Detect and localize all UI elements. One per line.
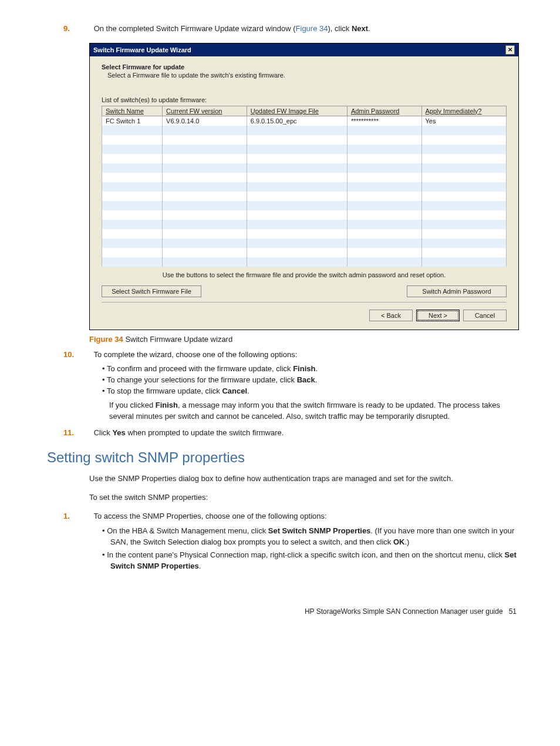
step-number: 1.: [79, 511, 92, 522]
b1b: Finish: [293, 364, 315, 373]
step-number: 10.: [79, 350, 92, 361]
section-p1: Use the SNMP Properties dialog box to de…: [89, 473, 519, 485]
cancel-button[interactable]: Cancel: [463, 310, 507, 321]
footer-text: HP StorageWorks Simple SAN Connection Ma…: [305, 607, 503, 616]
cell-current-fw: V6.9.0.14.0: [163, 116, 247, 126]
figure-caption-text: Switch Firmware Update wizard: [123, 335, 232, 344]
cell-apply: Yes: [421, 116, 507, 126]
next-button[interactable]: Next >: [416, 310, 460, 321]
step11-b: when prompted to update the switch firmw…: [126, 428, 284, 437]
helper-text: Use the buttons to select the firmware f…: [102, 271, 507, 278]
section-heading: Setting switch SNMP properties: [47, 449, 519, 466]
s1b2b: .: [199, 562, 201, 570]
col-updated-fw[interactable]: Updated FW Image File: [247, 106, 347, 116]
list-item: On the HBA & Switch Management menu, cli…: [110, 526, 519, 548]
list-item: To confirm and proceed with the firmware…: [110, 364, 519, 373]
step-number: 9.: [79, 23, 92, 35]
back-button[interactable]: < Back: [369, 310, 413, 321]
step11-a: Click: [94, 428, 113, 437]
s1b1c: .): [404, 537, 409, 546]
cell-admin-pwd: ***********: [347, 116, 421, 126]
select-firmware-button[interactable]: Select Switch Firmware File: [102, 285, 201, 297]
switch-table: Switch Name Current FW version Updated F…: [102, 106, 507, 267]
step9-mid: ), click: [328, 24, 351, 33]
page-number: 51: [509, 607, 517, 616]
window-title: Switch Firmware Update Wizard: [93, 46, 191, 53]
b2a: To change your selections for the firmwa…: [107, 375, 297, 384]
section-p2: To set the switch SNMP properties:: [89, 492, 519, 503]
figure-link[interactable]: Figure 34: [296, 24, 328, 33]
b1a: To confirm and proceed with the firmware…: [107, 364, 293, 373]
wizard-heading: Select Firmware for update: [102, 63, 507, 70]
col-current-fw[interactable]: Current FW version: [163, 106, 247, 116]
step9-bold: Next: [352, 24, 368, 33]
step10-after-bold: Finish: [156, 401, 178, 409]
list-item: In the content pane's Physical Connectio…: [110, 550, 519, 572]
list-item: To change your selections for the firmwa…: [110, 375, 519, 384]
figure-label: Figure 34: [89, 335, 123, 344]
table-row[interactable]: FC Switch 1 V6.9.0.14.0 6.9.0.15.00_epc …: [102, 116, 507, 126]
col-switch-name[interactable]: Switch Name: [102, 106, 163, 116]
s1b1bold: Set Switch SNMP Properties: [268, 526, 371, 535]
cell-switch-name: FC Switch 1: [102, 116, 163, 126]
wizard-subtext: Select a Firmware file to update the swi…: [107, 72, 507, 79]
step10-after-a: If you clicked: [109, 401, 156, 409]
s1-text: To access the SNMP Properties, choose on…: [93, 512, 326, 520]
b2b: Back: [297, 375, 315, 384]
close-icon[interactable]: ✕: [505, 45, 515, 55]
admin-password-button[interactable]: Switch Admin Password: [407, 285, 507, 297]
cell-updated-fw: 6.9.0.15.00_epc: [247, 116, 347, 126]
col-apply[interactable]: Apply Immediately?: [421, 106, 507, 116]
list-item: To stop the firmware update, click Cance…: [110, 387, 519, 395]
titlebar: Switch Firmware Update Wizard ✕: [90, 43, 518, 56]
b3a: To stop the firmware update, click: [107, 387, 222, 395]
s1b1bold2: OK: [393, 537, 405, 546]
wizard-window: Switch Firmware Update Wizard ✕ Select F…: [89, 43, 519, 330]
step11-bold: Yes: [112, 428, 125, 437]
s1b1a: On the HBA & Switch Management menu, cli…: [107, 526, 268, 535]
col-admin-pwd[interactable]: Admin Password: [347, 106, 421, 116]
step-number: 11.: [79, 428, 92, 439]
list-label: List of switch(es) to update firmware:: [102, 96, 507, 103]
step9-text: On the completed Switch Firmware Update …: [94, 24, 296, 33]
step9-after: .: [368, 24, 370, 33]
b3b: Cancel: [222, 387, 247, 395]
s1b2a: In the content pane's Physical Connectio…: [107, 550, 504, 559]
step10-text: To complete the wizard, choose one of th…: [93, 350, 297, 359]
